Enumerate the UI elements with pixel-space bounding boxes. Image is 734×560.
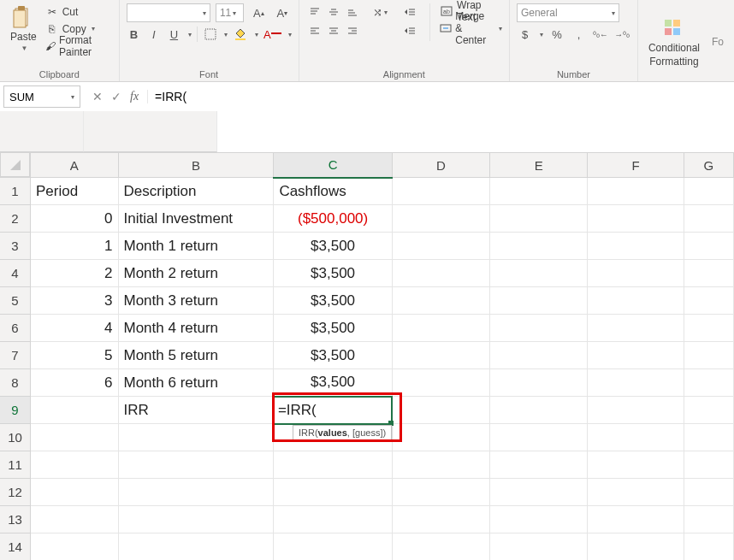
row-header[interactable]: 4 <box>0 260 31 287</box>
cell[interactable] <box>684 205 733 233</box>
cell[interactable] <box>684 369 733 397</box>
cell[interactable] <box>684 397 733 424</box>
cell[interactable] <box>31 397 119 424</box>
cell[interactable] <box>31 479 119 506</box>
cell[interactable] <box>588 233 684 260</box>
cell[interactable] <box>588 260 684 287</box>
cell[interactable] <box>274 451 392 479</box>
decrease-decimal-button[interactable]: →⁰₀ <box>614 26 630 43</box>
increase-font-button[interactable]: A▴ <box>249 4 268 21</box>
name-box[interactable]: SUM ▾ <box>3 85 80 108</box>
cell[interactable] <box>684 342 733 369</box>
cell[interactable] <box>274 533 392 561</box>
cell[interactable] <box>684 533 733 561</box>
cell[interactable]: $3,500 <box>274 287 392 315</box>
row-header[interactable]: 11 <box>0 451 31 479</box>
cell[interactable]: Month 5 return <box>118 342 274 369</box>
cell[interactable]: 0 <box>31 205 119 233</box>
cell[interactable] <box>490 287 588 315</box>
cell[interactable] <box>392 178 489 205</box>
cell[interactable] <box>490 233 588 260</box>
cell[interactable] <box>588 205 684 233</box>
cell[interactable] <box>392 342 489 369</box>
row-header[interactable]: 8 <box>0 369 31 397</box>
cell[interactable] <box>118 533 274 561</box>
fx-icon[interactable]: fx <box>130 90 139 103</box>
cell[interactable] <box>588 506 684 533</box>
fill-color-button[interactable] <box>233 26 248 43</box>
italic-button[interactable]: I <box>146 26 162 43</box>
cell[interactable] <box>684 424 733 451</box>
cell[interactable]: Description <box>118 178 274 205</box>
accept-icon[interactable]: ✓ <box>111 90 121 103</box>
cancel-icon[interactable]: ✕ <box>92 90 103 103</box>
cell[interactable] <box>31 506 119 533</box>
cell[interactable]: $3,500 <box>274 342 392 369</box>
conditional-formatting-button[interactable]: Conditional Formatting <box>645 15 703 69</box>
percent-format-button[interactable]: % <box>548 26 565 43</box>
col-header-A[interactable]: A <box>31 153 119 178</box>
underline-button[interactable]: U <box>167 26 182 43</box>
cell[interactable] <box>392 451 489 479</box>
font-size-select[interactable]: 11▾ <box>216 3 245 22</box>
row-header[interactable]: 14 <box>0 533 31 561</box>
accounting-format-button[interactable]: $ <box>517 26 533 43</box>
row-header[interactable]: 6 <box>0 315 31 342</box>
cell[interactable] <box>392 506 489 533</box>
row-header[interactable]: 1 <box>0 178 31 205</box>
cell[interactable] <box>392 533 489 561</box>
cell[interactable] <box>684 451 733 479</box>
select-all-corner[interactable] <box>0 153 30 177</box>
cell[interactable] <box>392 479 489 506</box>
align-top-button[interactable] <box>306 3 323 21</box>
cell[interactable] <box>588 533 684 561</box>
fontcolor-dropdown[interactable]: ▾ <box>288 31 292 38</box>
cell[interactable] <box>118 451 274 479</box>
cell[interactable] <box>684 260 733 287</box>
cell[interactable] <box>490 397 588 424</box>
row-header[interactable]: 5 <box>0 287 31 315</box>
cell[interactable]: 2 <box>31 260 119 287</box>
cut-button[interactable]: ✂ Cut <box>45 4 112 20</box>
comma-format-button[interactable]: , <box>571 26 587 43</box>
cell[interactable] <box>588 397 684 424</box>
cell[interactable] <box>684 287 733 315</box>
cell[interactable] <box>118 424 274 451</box>
align-right-button[interactable] <box>344 22 361 39</box>
formula-bar-input[interactable]: =IRR( <box>148 86 734 107</box>
cell[interactable] <box>118 479 274 506</box>
cell[interactable] <box>588 342 684 369</box>
font-family-select[interactable]: ▾ <box>127 3 210 22</box>
cell[interactable]: 4 <box>31 315 119 342</box>
cell[interactable]: ($500,000) <box>274 205 392 233</box>
cell[interactable] <box>392 233 489 260</box>
row-header[interactable]: 3 <box>0 233 31 260</box>
cell[interactable] <box>392 260 489 287</box>
font-color-button[interactable]: A <box>263 26 281 43</box>
increase-decimal-button[interactable]: ⁰₀← <box>592 26 608 43</box>
cell[interactable]: $3,500 <box>274 233 392 260</box>
cell[interactable] <box>31 451 119 479</box>
cell[interactable] <box>274 479 392 506</box>
cell[interactable]: $3,500 <box>274 260 392 287</box>
cell[interactable] <box>588 479 684 506</box>
cell[interactable] <box>684 479 733 506</box>
row-header[interactable]: 13 <box>0 506 31 533</box>
cell[interactable]: Month 3 return <box>118 287 274 315</box>
orientation-button[interactable]: ⤭▾ <box>371 3 390 21</box>
cell[interactable]: Period <box>31 178 119 205</box>
cell[interactable]: Month 4 return <box>118 315 274 342</box>
col-header-B[interactable]: B <box>118 153 274 178</box>
cell[interactable] <box>588 287 684 315</box>
cell[interactable]: 3 <box>31 287 119 315</box>
cell[interactable] <box>490 342 588 369</box>
border-button[interactable] <box>203 26 218 43</box>
row-header[interactable]: 12 <box>0 479 31 506</box>
active-cell[interactable]: =IRR( <box>274 397 392 424</box>
cell[interactable] <box>684 315 733 342</box>
cell[interactable] <box>392 424 489 451</box>
format-table-button[interactable]: Fo <box>708 34 727 50</box>
align-left-button[interactable] <box>306 22 323 39</box>
row-header[interactable]: 9 <box>0 397 31 424</box>
cell[interactable] <box>31 533 119 561</box>
